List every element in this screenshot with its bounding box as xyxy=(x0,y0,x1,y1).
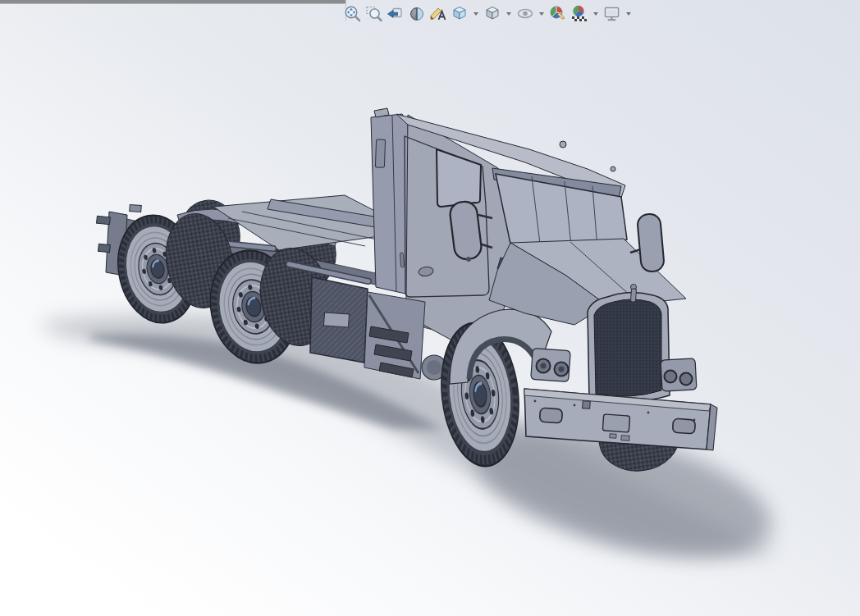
left-headlight xyxy=(531,348,571,381)
grille xyxy=(588,285,670,403)
graphics-viewport[interactable] xyxy=(0,0,860,616)
right-headlight xyxy=(661,358,697,391)
battery-box xyxy=(310,277,368,363)
grab-handle xyxy=(400,253,404,267)
hood-ornament xyxy=(630,285,636,303)
truck-3d-model xyxy=(0,0,860,616)
